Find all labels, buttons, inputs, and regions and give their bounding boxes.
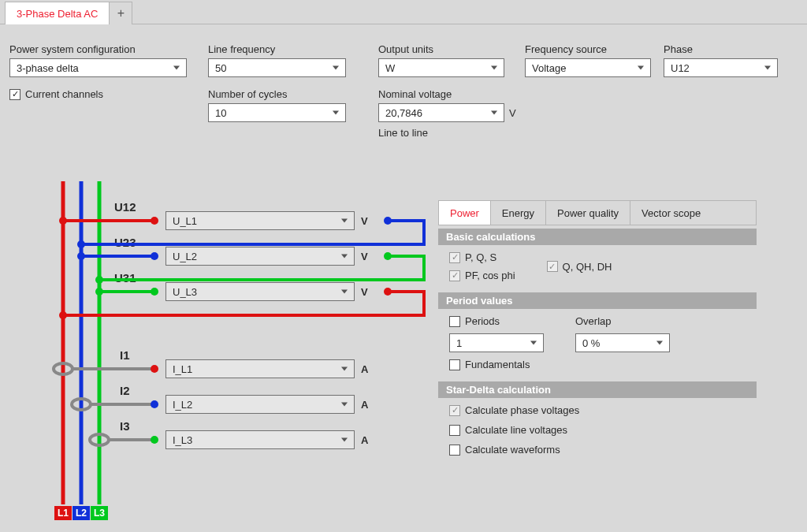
- qqhdh-checkbox: ✓Q, QH, DH: [547, 251, 612, 281]
- phase-label: Phase: [664, 43, 778, 55]
- svg-point-23: [151, 400, 158, 408]
- output-units-label: Output units: [378, 43, 516, 55]
- svg-point-26: [151, 436, 158, 444]
- psc-label: Power system configuration: [9, 43, 187, 55]
- num-cycles-select[interactable]: 10: [208, 103, 346, 122]
- pqs-checkbox: ✓P, Q, S: [449, 251, 515, 263]
- current-channels-checkbox[interactable]: ✓ Current channels: [9, 88, 187, 100]
- svg-point-15: [151, 288, 158, 296]
- svg-point-12: [95, 276, 103, 284]
- svg-point-17: [59, 311, 67, 319]
- l1-badge: L1: [54, 506, 72, 520]
- psc-select[interactable]: 3-phase delta: [9, 58, 187, 77]
- periods-select[interactable]: 1: [449, 333, 544, 352]
- tab-energy[interactable]: Energy: [491, 201, 546, 225]
- calc-tabs: Power Energy Power quality Vector scope: [438, 200, 757, 225]
- phase-voltages-checkbox: ✓Calculate phase voltages: [449, 404, 749, 416]
- pf-checkbox: ✓PF, cos phi: [449, 270, 515, 281]
- l3-badge: L3: [91, 506, 108, 520]
- num-cycles-label: Number of cycles: [208, 88, 346, 100]
- tab-vector-scope[interactable]: Vector scope: [630, 201, 712, 225]
- overlap-label: Overlap: [575, 315, 670, 327]
- period-values-header: Period values: [438, 292, 757, 309]
- calculation-panel: Power Energy Power quality Vector scope …: [438, 200, 757, 463]
- wiring-diagram: [32, 173, 441, 520]
- current-channels-label: Current channels: [25, 88, 103, 100]
- fundamentals-checkbox[interactable]: Fundamentals: [449, 359, 544, 370]
- l2-badge: L2: [73, 506, 90, 520]
- overlap-select[interactable]: 0 %: [575, 333, 670, 352]
- svg-point-14: [95, 288, 103, 296]
- freq-source-label: Frequency source: [525, 43, 651, 55]
- svg-point-7: [77, 240, 85, 248]
- line-voltages-checkbox[interactable]: Calculate line voltages: [449, 424, 749, 436]
- line-freq-select[interactable]: 50: [208, 58, 346, 77]
- periods-checkbox[interactable]: Periods: [449, 315, 544, 327]
- line-freq-label: Line frequency: [208, 43, 346, 55]
- svg-point-9: [77, 252, 85, 260]
- svg-point-5: [151, 217, 158, 225]
- svg-point-10: [151, 252, 158, 260]
- output-units-select[interactable]: W: [378, 58, 504, 77]
- nominal-voltage-select[interactable]: 20,7846: [378, 103, 504, 122]
- basic-calc-header: Basic calculations: [438, 229, 757, 245]
- svg-point-20: [151, 365, 158, 373]
- tab-3phase-delta[interactable]: 3-Phase Delta AC: [5, 2, 110, 24]
- tab-power-quality[interactable]: Power quality: [546, 201, 630, 225]
- nominal-voltage-sub: Line to line: [378, 127, 516, 139]
- star-delta-header: Star-Delta calculation: [438, 381, 757, 398]
- tab-bar: 3-Phase Delta AC +: [0, 0, 807, 24]
- svg-point-4: [59, 217, 67, 225]
- freq-source-select[interactable]: Voltage: [525, 58, 651, 77]
- waveforms-checkbox[interactable]: Calculate waveforms: [449, 444, 749, 456]
- tab-add-button[interactable]: +: [110, 2, 132, 24]
- tab-power[interactable]: Power: [439, 201, 491, 225]
- phase-select[interactable]: U12: [664, 58, 778, 77]
- nominal-voltage-unit: V: [509, 107, 516, 119]
- nominal-voltage-label: Nominal voltage: [378, 88, 516, 100]
